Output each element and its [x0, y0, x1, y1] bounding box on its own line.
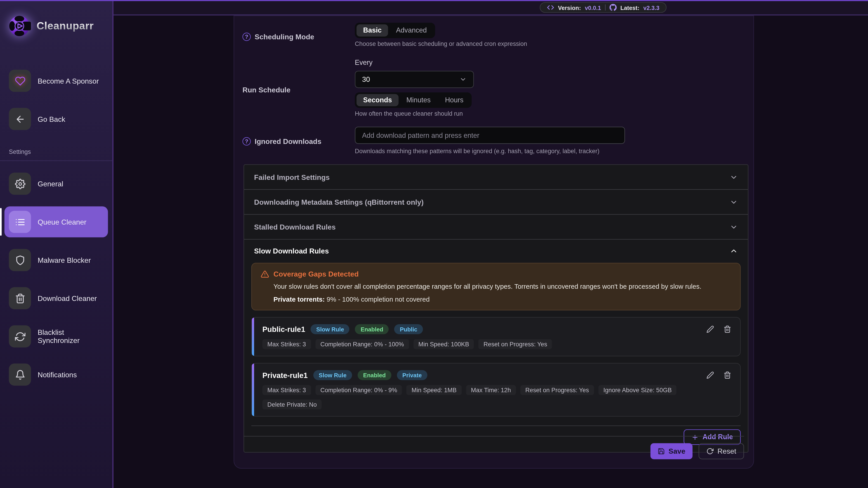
sync-icon — [9, 325, 31, 348]
github-icon[interactable] — [609, 4, 616, 11]
sidebar-section-label: Settings — [0, 142, 112, 160]
code-icon — [547, 4, 554, 11]
badge-privacy: Private — [397, 370, 427, 380]
unit-minutes-option[interactable]: Minutes — [400, 94, 437, 106]
sidebar: Cleanuparr Become A Sponsor Go Back Sett… — [0, 0, 114, 488]
warning-triangle-icon — [260, 270, 269, 278]
stat-chip: Max Strikes: 3 — [262, 339, 311, 349]
stat-chip: Reset on Progress: Yes — [478, 339, 552, 349]
footer-actions: Save Reset — [650, 443, 744, 459]
section-stalled-download-rules[interactable]: Stalled Download Rules — [244, 215, 748, 239]
stat-chip: Delete Private: No — [262, 399, 322, 410]
sidebar-item-label: Download Cleaner — [38, 294, 97, 302]
add-rule-button[interactable]: Add Rule — [684, 429, 741, 445]
version-badge: Version: v0.0.1 Latest: v2.3.3 — [540, 2, 667, 13]
sidebar-item-general[interactable]: General — [4, 168, 108, 199]
sidebar-item-label: General — [38, 180, 63, 188]
every-label: Every — [355, 59, 373, 66]
coverage-gaps-warning: Coverage Gaps Detected Your slow rules d… — [251, 263, 741, 311]
reset-button[interactable]: Reset — [699, 443, 744, 459]
delete-icon[interactable] — [723, 371, 731, 379]
stat-chip: Reset on Progress: Yes — [520, 385, 594, 395]
rule-actions — [706, 371, 731, 379]
sidebar-item-notifications[interactable]: Notifications — [4, 359, 108, 390]
ignored-downloads-label: Ignored Downloads — [243, 137, 321, 145]
scheduling-advanced-option[interactable]: Advanced — [390, 24, 434, 37]
badge-privacy: Public — [394, 324, 423, 334]
warning-title-row: Coverage Gaps Detected — [260, 270, 731, 278]
heart-icon — [9, 70, 31, 92]
stat-chip: Ignore Above Size: 50GB — [598, 385, 677, 395]
sidebar-item-queue-cleaner[interactable]: Queue Cleaner — [4, 206, 108, 237]
edit-icon[interactable] — [706, 325, 714, 333]
every-select[interactable]: 30 — [355, 71, 474, 88]
pill-separator — [605, 4, 605, 11]
scheduling-basic-option[interactable]: Basic — [356, 24, 388, 37]
run-schedule-help: How often the queue cleaner should run — [355, 110, 463, 117]
gear-icon — [9, 173, 31, 195]
ignored-downloads-input[interactable] — [355, 127, 625, 144]
scheduling-mode-help: Choose between basic scheduling or advan… — [355, 40, 527, 47]
rule-name: Private-rule1 — [262, 371, 308, 379]
save-icon — [657, 448, 665, 455]
stat-chip: Max Time: 12h — [466, 385, 516, 395]
stat-chip: Completion Range: 0% - 100% — [315, 339, 409, 349]
sidebar-item-label: Go Back — [38, 115, 65, 123]
sidebar-item-label: Queue Cleaner — [38, 218, 87, 226]
app-root: Cleanuparr Become A Sponsor Go Back Sett… — [0, 0, 868, 488]
badge-enabled: Enabled — [358, 370, 391, 380]
unit-seconds-option[interactable]: Seconds — [356, 94, 399, 106]
edit-icon[interactable] — [706, 371, 714, 379]
top-bar: Version: v0.0.1 Latest: v2.3.3 — [114, 0, 868, 15]
chevron-down-icon — [460, 76, 467, 83]
badge-slow-rule: Slow Rule — [313, 370, 352, 380]
chevron-down-icon — [730, 173, 738, 181]
sidebar-item-blacklist-synchronizer[interactable]: Blacklist Synchronizer — [4, 321, 108, 352]
sidebar-item-label: Blacklist Synchronizer — [38, 328, 103, 345]
sidebar-divider — [0, 160, 112, 161]
sidebar-item-download-cleaner[interactable]: Download Cleaner — [4, 283, 108, 314]
ignored-downloads-help: Downloads matching these patterns will b… — [355, 148, 599, 154]
delete-icon[interactable] — [723, 325, 731, 333]
sidebar-item-label: Notifications — [38, 370, 77, 379]
version-value: v0.0.1 — [585, 4, 601, 11]
rule-stats: Max Strikes: 3 Completion Range: 0% - 10… — [262, 339, 731, 349]
rules-divider — [251, 425, 741, 426]
sidebar-item-label: Malware Blocker — [38, 256, 91, 264]
help-icon[interactable] — [243, 137, 251, 145]
scheduling-mode-toggle: Basic Advanced — [355, 23, 435, 38]
rule-stats: Max Strikes: 3 Completion Range: 0% - 9%… — [262, 385, 731, 410]
stat-chip: Completion Range: 0% - 9% — [315, 385, 402, 395]
warning-detail: Private torrents: 9% - 100% completion n… — [274, 295, 731, 303]
app-logo-row: Cleanuparr — [0, 0, 112, 38]
latest-label: Latest: — [620, 4, 639, 11]
rule-card-private: Private-rule1 Slow Rule Enabled Private … — [251, 363, 741, 417]
warning-detail-text: 9% - 100% completion not covered — [327, 295, 430, 303]
sidebar-item-go-back[interactable]: Go Back — [4, 103, 108, 134]
rule-card-public: Public-rule1 Slow Rule Enabled Public Ma… — [251, 317, 741, 356]
help-icon[interactable] — [243, 33, 251, 41]
badge-slow-rule: Slow Rule — [311, 324, 350, 334]
unit-hours-option[interactable]: Hours — [438, 94, 470, 106]
arrow-left-icon — [9, 108, 31, 130]
plus-icon — [691, 433, 699, 441]
warning-detail-label: Private torrents: — [274, 295, 325, 303]
sidebar-item-sponsor[interactable]: Become A Sponsor — [4, 65, 108, 96]
rule-head: Private-rule1 Slow Rule Enabled Private — [262, 370, 731, 380]
bell-icon — [9, 363, 31, 386]
rule-name: Public-rule1 — [262, 325, 305, 333]
shield-icon — [9, 249, 31, 271]
app-name: Cleanuparr — [37, 20, 94, 32]
warning-title: Coverage Gaps Detected — [274, 270, 359, 278]
chevron-down-icon — [730, 223, 738, 231]
sidebar-item-malware-blocker[interactable]: Malware Blocker — [4, 245, 108, 275]
add-rule-row: Add Rule — [251, 429, 741, 445]
latest-value: v2.3.3 — [643, 4, 659, 11]
every-select-value: 30 — [362, 75, 370, 84]
section-failed-import[interactable]: Failed Import Settings — [244, 165, 748, 190]
section-slow-download-rules[interactable]: Slow Download Rules — [244, 239, 748, 262]
save-button[interactable]: Save — [650, 443, 692, 459]
scheduling-mode-label: Scheduling Mode — [243, 33, 314, 41]
section-downloading-metadata[interactable]: Downloading Metadata Settings (qBittorre… — [244, 190, 748, 215]
schedule-unit-toggle: Seconds Minutes Hours — [355, 92, 472, 108]
